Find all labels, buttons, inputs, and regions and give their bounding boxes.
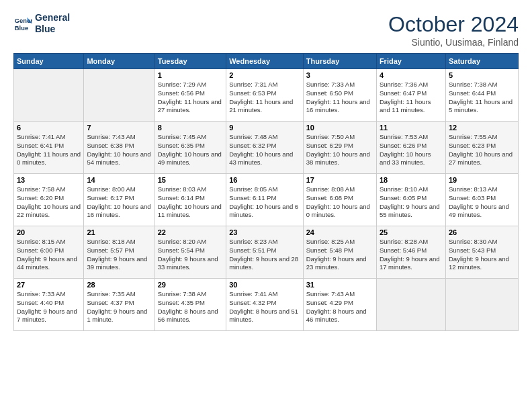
- day-number: 30: [229, 281, 300, 289]
- calendar-header-row: SundayMondayTuesdayWednesdayThursdayFrid…: [14, 54, 519, 69]
- calendar-cell: 30Sunrise: 7:41 AMSunset: 4:32 PMDayligh…: [226, 279, 304, 331]
- month-title: October 2024: [388, 12, 519, 37]
- calendar-cell: 13Sunrise: 7:58 AMSunset: 6:20 PMDayligh…: [14, 174, 84, 226]
- cell-info: Sunrise: 7:50 AMSunset: 6:29 PMDaylight:…: [306, 133, 370, 166]
- day-header-monday: Monday: [84, 54, 154, 69]
- cell-info: Sunrise: 7:53 AMSunset: 6:26 PMDaylight:…: [380, 133, 431, 166]
- day-number: 16: [229, 176, 300, 184]
- day-number: 26: [449, 228, 515, 236]
- day-number: 24: [306, 228, 373, 236]
- calendar-page: General Blue General Blue October 2024 S…: [0, 0, 532, 338]
- cell-info: Sunrise: 8:00 AMSunset: 6:17 PMDaylight:…: [87, 185, 150, 218]
- calendar-cell: [84, 69, 154, 122]
- day-number: 6: [17, 124, 81, 132]
- cell-info: Sunrise: 8:18 AMSunset: 5:57 PMDaylight:…: [87, 238, 147, 271]
- cell-info: Sunrise: 7:35 AMSunset: 4:37 PMDaylight:…: [87, 290, 147, 323]
- calendar-cell: 15Sunrise: 8:03 AMSunset: 6:14 PMDayligh…: [154, 174, 226, 226]
- title-block: October 2024 Siuntio, Uusimaa, Finland: [388, 12, 519, 48]
- day-header-saturday: Saturday: [445, 54, 518, 69]
- cell-info: Sunrise: 8:20 AMSunset: 5:54 PMDaylight:…: [158, 238, 218, 271]
- calendar-cell: 3Sunrise: 7:33 AMSunset: 6:50 PMDaylight…: [303, 69, 376, 122]
- cell-info: Sunrise: 8:25 AMSunset: 5:48 PMDaylight:…: [306, 238, 367, 271]
- cell-info: Sunrise: 7:55 AMSunset: 6:23 PMDaylight:…: [449, 133, 513, 166]
- page-header: General Blue General Blue October 2024 S…: [13, 12, 519, 48]
- day-header-wednesday: Wednesday: [226, 54, 304, 69]
- calendar-cell: 4Sunrise: 7:36 AMSunset: 6:47 PMDaylight…: [376, 69, 445, 122]
- day-number: 13: [17, 176, 81, 184]
- calendar-cell: 31Sunrise: 7:43 AMSunset: 4:29 PMDayligh…: [303, 279, 376, 331]
- day-number: 29: [158, 281, 223, 289]
- day-number: 9: [229, 124, 300, 132]
- day-number: 5: [449, 71, 515, 79]
- cell-info: Sunrise: 7:48 AMSunset: 6:32 PMDaylight:…: [229, 133, 293, 166]
- cell-info: Sunrise: 7:33 AMSunset: 6:50 PMDaylight:…: [306, 81, 370, 113]
- calendar-cell: 8Sunrise: 7:45 AMSunset: 6:35 PMDaylight…: [154, 122, 226, 174]
- day-number: 31: [306, 281, 373, 289]
- calendar-cell: 28Sunrise: 7:35 AMSunset: 4:37 PMDayligh…: [84, 279, 154, 331]
- cell-info: Sunrise: 7:41 AMSunset: 6:41 PMDaylight:…: [17, 133, 81, 166]
- calendar-cell: [376, 279, 445, 331]
- location-subtitle: Siuntio, Uusimaa, Finland: [388, 37, 519, 48]
- calendar-cell: 1Sunrise: 7:29 AMSunset: 6:56 PMDaylight…: [154, 69, 226, 122]
- day-number: 2: [229, 71, 300, 79]
- cell-info: Sunrise: 7:58 AMSunset: 6:20 PMDaylight:…: [17, 185, 81, 218]
- calendar-cell: [445, 279, 518, 331]
- cell-info: Sunrise: 7:43 AMSunset: 4:29 PMDaylight:…: [306, 290, 367, 323]
- calendar-cell: 14Sunrise: 8:00 AMSunset: 6:17 PMDayligh…: [84, 174, 154, 226]
- logo-text-block: General Blue: [35, 12, 70, 35]
- day-number: 11: [380, 124, 443, 132]
- day-number: 18: [380, 176, 443, 184]
- calendar-cell: 2Sunrise: 7:31 AMSunset: 6:53 PMDaylight…: [226, 69, 304, 122]
- calendar-week-5: 27Sunrise: 7:33 AMSunset: 4:40 PMDayligh…: [14, 279, 519, 331]
- calendar-cell: 22Sunrise: 8:20 AMSunset: 5:54 PMDayligh…: [154, 226, 226, 279]
- day-number: 17: [306, 176, 373, 184]
- svg-text:Blue: Blue: [15, 25, 28, 32]
- day-number: 23: [229, 228, 300, 236]
- calendar-cell: 9Sunrise: 7:48 AMSunset: 6:32 PMDaylight…: [226, 122, 304, 174]
- cell-info: Sunrise: 8:05 AMSunset: 6:11 PMDaylight:…: [229, 185, 298, 218]
- day-number: 21: [87, 228, 151, 236]
- calendar-cell: 10Sunrise: 7:50 AMSunset: 6:29 PMDayligh…: [303, 122, 376, 174]
- logo: General Blue General Blue: [13, 12, 70, 35]
- calendar-cell: 11Sunrise: 7:53 AMSunset: 6:26 PMDayligh…: [376, 122, 445, 174]
- calendar-week-2: 6Sunrise: 7:41 AMSunset: 6:41 PMDaylight…: [14, 122, 519, 174]
- logo-icon: General Blue: [13, 14, 32, 33]
- cell-info: Sunrise: 8:08 AMSunset: 6:08 PMDaylight:…: [306, 185, 370, 218]
- calendar-cell: 18Sunrise: 8:10 AMSunset: 6:05 PMDayligh…: [376, 174, 445, 226]
- cell-info: Sunrise: 8:10 AMSunset: 6:05 PMDaylight:…: [380, 185, 440, 218]
- day-number: 27: [17, 281, 81, 289]
- calendar-cell: 26Sunrise: 8:30 AMSunset: 5:43 PMDayligh…: [445, 226, 518, 279]
- cell-info: Sunrise: 7:41 AMSunset: 4:32 PMDaylight:…: [229, 290, 298, 323]
- cell-info: Sunrise: 8:23 AMSunset: 5:51 PMDaylight:…: [229, 238, 298, 271]
- day-number: 19: [449, 176, 515, 184]
- calendar-cell: 17Sunrise: 8:08 AMSunset: 6:08 PMDayligh…: [303, 174, 376, 226]
- calendar-cell: 7Sunrise: 7:43 AMSunset: 6:38 PMDaylight…: [84, 122, 154, 174]
- calendar-cell: 20Sunrise: 8:15 AMSunset: 6:00 PMDayligh…: [14, 226, 84, 279]
- day-header-friday: Friday: [376, 54, 445, 69]
- day-header-thursday: Thursday: [303, 54, 376, 69]
- calendar-cell: 21Sunrise: 8:18 AMSunset: 5:57 PMDayligh…: [84, 226, 154, 279]
- calendar-cell: [14, 69, 84, 122]
- calendar-table: SundayMondayTuesdayWednesdayThursdayFrid…: [13, 53, 519, 331]
- cell-info: Sunrise: 7:43 AMSunset: 6:38 PMDaylight:…: [87, 133, 150, 166]
- day-number: 4: [380, 71, 443, 79]
- day-header-sunday: Sunday: [14, 54, 84, 69]
- calendar-cell: 5Sunrise: 7:38 AMSunset: 6:44 PMDaylight…: [445, 69, 518, 122]
- day-number: 10: [306, 124, 373, 132]
- cell-info: Sunrise: 8:30 AMSunset: 5:43 PMDaylight:…: [449, 238, 509, 271]
- day-number: 25: [380, 228, 443, 236]
- day-number: 20: [17, 228, 81, 236]
- calendar-cell: 24Sunrise: 8:25 AMSunset: 5:48 PMDayligh…: [303, 226, 376, 279]
- cell-info: Sunrise: 8:28 AMSunset: 5:46 PMDaylight:…: [380, 238, 440, 271]
- cell-info: Sunrise: 7:38 AMSunset: 6:44 PMDaylight:…: [449, 81, 513, 113]
- cell-info: Sunrise: 7:38 AMSunset: 4:35 PMDaylight:…: [158, 290, 218, 323]
- calendar-cell: 6Sunrise: 7:41 AMSunset: 6:41 PMDaylight…: [14, 122, 84, 174]
- day-number: 3: [306, 71, 373, 79]
- cell-info: Sunrise: 7:29 AMSunset: 6:56 PMDaylight:…: [158, 81, 222, 113]
- day-number: 22: [158, 228, 223, 236]
- day-number: 8: [158, 124, 223, 132]
- cell-info: Sunrise: 7:45 AMSunset: 6:35 PMDaylight:…: [158, 133, 222, 166]
- day-number: 14: [87, 176, 151, 184]
- day-number: 15: [158, 176, 223, 184]
- cell-info: Sunrise: 8:15 AMSunset: 6:00 PMDaylight:…: [17, 238, 77, 271]
